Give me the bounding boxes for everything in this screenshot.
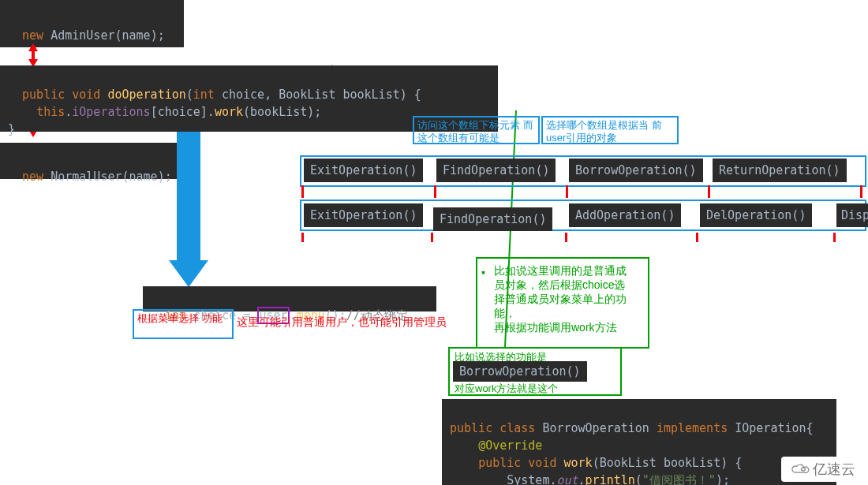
op-return: ReturnOperation() [713, 159, 847, 182]
arg-name: name [129, 170, 158, 184]
red-menu-note: 根据菜单选择 功能 [137, 312, 223, 324]
modifiers: public void [22, 88, 100, 102]
menu-annotation-box: 根据菜单选择 功能 [133, 309, 234, 339]
type-normaluser: NormalUser [51, 170, 122, 184]
keyword-new: new [22, 28, 43, 43]
blue-note-array-access: 访问这个数组下标元素 而这个数组有可能是 [413, 116, 540, 144]
op-find: FindOperation() [436, 159, 556, 182]
watermark: 亿速云 [781, 457, 863, 482]
type-adminuser: AdminUser [51, 28, 114, 43]
code-normal-user: new NormalUser(name); [0, 143, 189, 179]
green-big-note: 比如说这里调用的是普通成 员对象，然后根据choice选 择普通成员对象菜单上的… [494, 263, 645, 334]
fn-name: doOperation [107, 88, 185, 102]
op2-exit: ExitOperation() [304, 203, 423, 227]
arg-name: name [122, 28, 151, 43]
op2-disp: Disp [836, 203, 868, 227]
red-under-menu-note: 这里可能引用普通用户，也可能引用管理员 [237, 315, 447, 328]
op-borrow: BorrowOperation() [569, 159, 703, 182]
op2-del: DelOperation() [700, 203, 812, 227]
code-menu-call: int choice = user.menu();//动态绑定 [143, 286, 436, 312]
op2-find: FindOperation() [433, 207, 552, 231]
code-borrow-class: public class BorrowOperation implements … [442, 399, 836, 485]
blue-note-user-choice: 选择哪个数组是根据当 前user引用的对象 [541, 116, 679, 144]
svg-point-1 [801, 468, 805, 471]
op-exit: ExitOperation() [304, 159, 423, 182]
op2-add: AddOperation() [569, 203, 681, 227]
red-double-arrow-up-icon [28, 43, 38, 67]
code-admin-user: new AdminUser(name); [0, 0, 184, 47]
watermark-text: 亿速云 [813, 460, 855, 479]
green-borrow-bot: 对应work方法就是这个 [455, 382, 558, 396]
borrow-op-chip: BorrowOperation() [453, 361, 587, 382]
green-big-note-bullet: ▪ [481, 265, 485, 279]
keyword-new: new [22, 170, 43, 184]
cloud-icon [789, 461, 810, 477]
